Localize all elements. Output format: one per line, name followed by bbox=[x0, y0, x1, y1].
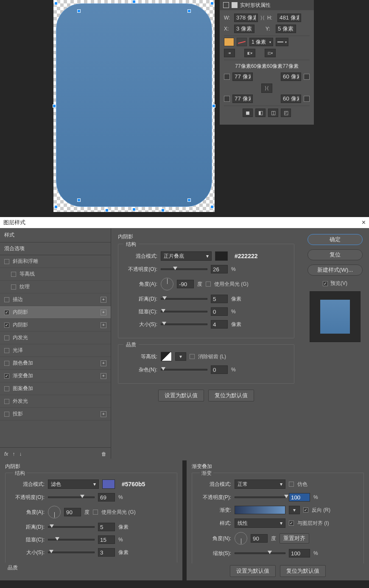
radius-br-input[interactable] bbox=[281, 95, 301, 103]
grad-blend-select[interactable]: 正常▾ bbox=[235, 479, 285, 489]
y-input[interactable] bbox=[276, 25, 296, 33]
cap-dropdown[interactable]: ◧▾ bbox=[244, 49, 255, 57]
antialias-checkbox[interactable] bbox=[190, 354, 195, 359]
add-stroke-icon[interactable]: + bbox=[101, 297, 106, 303]
align-checkbox[interactable] bbox=[289, 521, 294, 526]
radius-br-lock[interactable] bbox=[304, 96, 310, 102]
pathop-subtract[interactable]: ◧ bbox=[255, 109, 266, 117]
gradient-picker[interactable] bbox=[235, 506, 285, 514]
is2-size-input[interactable] bbox=[98, 548, 115, 557]
fx-menu[interactable]: fx bbox=[4, 451, 8, 457]
fill-swatch[interactable] bbox=[224, 38, 234, 46]
grad-scale-input[interactable] bbox=[289, 549, 310, 557]
radius-handle-bl[interactable] bbox=[77, 198, 81, 202]
shadow-color-swatch[interactable] bbox=[215, 251, 228, 261]
add-drop-shadow-icon[interactable]: + bbox=[101, 411, 106, 417]
contour-dropdown[interactable]: ▾ bbox=[175, 352, 186, 361]
handle-ml[interactable] bbox=[53, 104, 56, 108]
is2-angle-input[interactable] bbox=[64, 508, 81, 516]
radius-tr-lock[interactable] bbox=[304, 74, 310, 80]
trash-icon[interactable]: 🗑 bbox=[101, 451, 106, 457]
choke-slider[interactable] bbox=[161, 311, 207, 312]
radius-tl-input[interactable] bbox=[232, 72, 253, 81]
style-satin[interactable]: 光泽 bbox=[0, 344, 111, 357]
size-slider[interactable] bbox=[161, 323, 207, 325]
is2-opacity-slider[interactable] bbox=[48, 496, 95, 498]
radius-handle-br[interactable] bbox=[187, 198, 191, 202]
dither-checkbox[interactable] bbox=[289, 482, 294, 487]
stroke-style-dropdown[interactable]: ▾ bbox=[276, 38, 288, 46]
handle-bm[interactable] bbox=[132, 208, 136, 211]
size-input[interactable] bbox=[211, 320, 228, 329]
grad-scale-slider[interactable] bbox=[235, 552, 285, 554]
opacity-input[interactable] bbox=[211, 265, 228, 273]
handle-tl[interactable] bbox=[54, 2, 58, 5]
is2-choke-slider[interactable] bbox=[48, 539, 95, 541]
handle-br[interactable] bbox=[210, 205, 214, 209]
style-inner-glow[interactable]: 内发光 bbox=[0, 332, 111, 344]
move-up-icon[interactable]: ↑ bbox=[12, 451, 15, 457]
radius-tr-input[interactable] bbox=[281, 72, 301, 81]
width-input[interactable] bbox=[234, 14, 258, 22]
style-pattern-overlay[interactable]: 图案叠加 bbox=[0, 382, 111, 395]
angle-input[interactable] bbox=[177, 280, 194, 288]
reset-default-button[interactable]: 复位为默认值 bbox=[208, 390, 254, 401]
handle-b1[interactable] bbox=[105, 209, 109, 212]
style-inner-shadow-2[interactable]: 内阴影+ bbox=[0, 319, 111, 332]
angle-dial[interactable] bbox=[161, 278, 173, 290]
grad-opacity-input[interactable] bbox=[289, 493, 310, 502]
pathop-intersect[interactable]: ◫ bbox=[268, 109, 278, 117]
style-color-overlay[interactable]: 颜色叠加+ bbox=[0, 357, 111, 370]
x-input[interactable] bbox=[234, 25, 254, 33]
link-wh-icon[interactable]: ⟩⟨ bbox=[260, 15, 265, 21]
is2-distance-input[interactable] bbox=[98, 523, 115, 531]
gradient-dropdown[interactable]: ▾ bbox=[289, 506, 300, 514]
preview-checkbox[interactable] bbox=[323, 281, 328, 286]
grad-default-button[interactable]: 设置为默认值 bbox=[230, 565, 276, 577]
radius-tl-lock[interactable] bbox=[224, 74, 230, 80]
style-inner-shadow-1[interactable]: 内阴影+ bbox=[0, 306, 111, 319]
link-radii-button[interactable]: ⟩⟨ bbox=[261, 84, 272, 93]
corner-dropdown[interactable]: ◰▾ bbox=[265, 49, 276, 57]
is2-opacity-input[interactable] bbox=[98, 493, 115, 502]
stroke-width-dropdown[interactable]: 1 像素▾ bbox=[249, 38, 273, 46]
style-stroke[interactable]: 描边+ bbox=[0, 293, 111, 306]
blending-options[interactable]: 混合选项 bbox=[0, 242, 111, 255]
opacity-slider[interactable] bbox=[161, 268, 207, 270]
cancel-button[interactable]: 复位 bbox=[308, 249, 363, 260]
blend-mode-select[interactable]: 正片叠底▾ bbox=[161, 251, 212, 261]
pathop-combine[interactable]: ◼ bbox=[243, 109, 253, 117]
grad-angle-dial[interactable] bbox=[235, 532, 247, 545]
add-inner-shadow-icon[interactable]: + bbox=[101, 309, 106, 315]
global-light-checkbox[interactable] bbox=[206, 281, 211, 287]
close-button[interactable]: × bbox=[362, 219, 366, 226]
style-outer-glow[interactable]: 外发光 bbox=[0, 395, 111, 408]
is2-distance-slider[interactable] bbox=[48, 526, 95, 528]
noise-slider[interactable] bbox=[161, 369, 207, 371]
is2-blend-select[interactable]: 滤色▾ bbox=[48, 479, 99, 489]
handle-tr[interactable] bbox=[210, 2, 214, 5]
reverse-checkbox[interactable] bbox=[303, 507, 308, 513]
choke-input[interactable] bbox=[211, 307, 228, 316]
radius-handle-tl[interactable] bbox=[77, 9, 81, 13]
distance-slider[interactable] bbox=[161, 298, 207, 300]
radius-handle-tr[interactable] bbox=[187, 9, 191, 13]
move-down-icon[interactable]: ↓ bbox=[19, 451, 22, 457]
radius-bl-lock[interactable] bbox=[224, 96, 230, 102]
make-default-button[interactable]: 设置为默认值 bbox=[158, 390, 204, 401]
is2-size-slider[interactable] bbox=[48, 552, 95, 553]
is2-choke-input[interactable] bbox=[98, 535, 115, 544]
handle-tm[interactable] bbox=[132, 0, 136, 3]
handle-mr[interactable] bbox=[212, 104, 215, 108]
is2-color-swatch[interactable] bbox=[102, 479, 115, 489]
style-drop-shadow[interactable]: 投影+ bbox=[0, 408, 111, 421]
stroke-swatch[interactable] bbox=[237, 38, 247, 46]
reset-align-button[interactable]: 重置对齐 bbox=[280, 533, 309, 543]
grad-reset-button[interactable]: 复位为默认值 bbox=[280, 565, 326, 577]
radius-bl-input[interactable] bbox=[232, 95, 253, 103]
style-contour[interactable]: 等高线 bbox=[0, 268, 111, 281]
add-color-overlay-icon[interactable]: + bbox=[101, 360, 106, 366]
style-bevel[interactable]: 斜面和浮雕 bbox=[0, 255, 111, 268]
noise-input[interactable] bbox=[211, 365, 228, 374]
new-style-button[interactable]: 新建样式(W)... bbox=[308, 265, 363, 276]
